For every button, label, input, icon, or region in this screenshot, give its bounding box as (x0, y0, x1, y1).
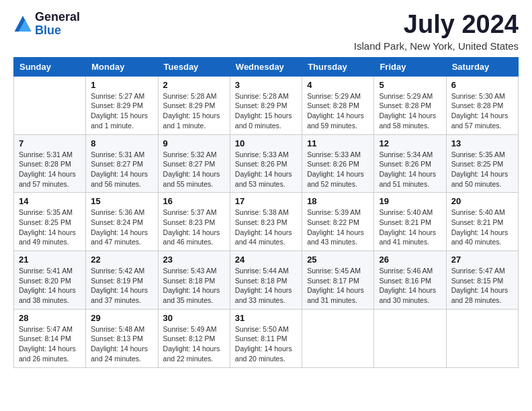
day-info: Sunrise: 5:46 AM Sunset: 8:16 PM Dayligh… (379, 266, 441, 306)
day-number: 23 (163, 255, 225, 265)
calendar-cell: 6Sunrise: 5:30 AM Sunset: 8:28 PM Daylig… (446, 76, 518, 134)
day-info: Sunrise: 5:27 AM Sunset: 8:29 PM Dayligh… (91, 91, 152, 131)
week-row-2: 7Sunrise: 5:31 AM Sunset: 8:28 PM Daylig… (14, 134, 519, 193)
day-number: 28 (19, 313, 81, 323)
week-row-1: 1Sunrise: 5:27 AM Sunset: 8:29 PM Daylig… (14, 76, 519, 134)
day-number: 20 (451, 196, 513, 206)
header-row: SundayMondayTuesdayWednesdayThursdayFrid… (14, 57, 519, 76)
day-info: Sunrise: 5:33 AM Sunset: 8:26 PM Dayligh… (307, 150, 369, 189)
day-number: 7 (19, 138, 81, 148)
calendar-cell: 7Sunrise: 5:31 AM Sunset: 8:28 PM Daylig… (14, 134, 86, 193)
week-row-4: 21Sunrise: 5:41 AM Sunset: 8:20 PM Dayli… (14, 251, 519, 310)
day-info: Sunrise: 5:29 AM Sunset: 8:28 PM Dayligh… (307, 91, 369, 131)
day-info: Sunrise: 5:50 AM Sunset: 8:11 PM Dayligh… (235, 324, 297, 364)
day-number: 14 (19, 196, 81, 206)
calendar-cell: 9Sunrise: 5:32 AM Sunset: 8:27 PM Daylig… (158, 134, 230, 193)
header-cell-tuesday: Tuesday (158, 57, 230, 76)
day-number: 22 (91, 255, 152, 265)
calendar-cell: 13Sunrise: 5:35 AM Sunset: 8:25 PM Dayli… (446, 134, 518, 193)
calendar-cell: 16Sunrise: 5:37 AM Sunset: 8:23 PM Dayli… (158, 193, 230, 251)
day-info: Sunrise: 5:36 AM Sunset: 8:24 PM Dayligh… (91, 208, 152, 247)
calendar-cell (14, 76, 86, 134)
day-number: 6 (451, 80, 513, 90)
header-cell-thursday: Thursday (302, 57, 374, 76)
calendar-cell: 1Sunrise: 5:27 AM Sunset: 8:29 PM Daylig… (86, 76, 158, 134)
logo-text: General Blue (35, 11, 80, 38)
day-info: Sunrise: 5:37 AM Sunset: 8:23 PM Dayligh… (163, 208, 225, 247)
day-info: Sunrise: 5:45 AM Sunset: 8:17 PM Dayligh… (307, 266, 369, 306)
day-info: Sunrise: 5:33 AM Sunset: 8:26 PM Dayligh… (235, 150, 297, 189)
calendar-cell: 2Sunrise: 5:28 AM Sunset: 8:29 PM Daylig… (158, 76, 230, 134)
calendar-cell: 23Sunrise: 5:43 AM Sunset: 8:18 PM Dayli… (158, 251, 230, 310)
day-info: Sunrise: 5:28 AM Sunset: 8:29 PM Dayligh… (235, 91, 297, 131)
week-row-5: 28Sunrise: 5:47 AM Sunset: 8:14 PM Dayli… (14, 309, 519, 367)
calendar-cell: 20Sunrise: 5:40 AM Sunset: 8:21 PM Dayli… (446, 193, 518, 251)
day-info: Sunrise: 5:42 AM Sunset: 8:19 PM Dayligh… (91, 266, 152, 306)
week-row-3: 14Sunrise: 5:35 AM Sunset: 8:25 PM Dayli… (14, 193, 519, 251)
calendar-cell: 5Sunrise: 5:29 AM Sunset: 8:28 PM Daylig… (374, 76, 446, 134)
day-number: 26 (379, 255, 441, 265)
day-number: 11 (307, 138, 369, 148)
calendar-header: SundayMondayTuesdayWednesdayThursdayFrid… (14, 57, 519, 76)
day-info: Sunrise: 5:29 AM Sunset: 8:28 PM Dayligh… (379, 91, 441, 131)
logo-blue: Blue (35, 24, 80, 38)
calendar-cell: 26Sunrise: 5:46 AM Sunset: 8:16 PM Dayli… (374, 251, 446, 310)
day-number: 2 (163, 80, 225, 90)
calendar-cell: 30Sunrise: 5:49 AM Sunset: 8:12 PM Dayli… (158, 309, 230, 367)
calendar-cell: 21Sunrise: 5:41 AM Sunset: 8:20 PM Dayli… (14, 251, 86, 310)
day-number: 3 (235, 80, 297, 90)
day-number: 31 (235, 313, 297, 323)
day-info: Sunrise: 5:47 AM Sunset: 8:14 PM Dayligh… (19, 324, 81, 364)
day-number: 5 (379, 80, 441, 90)
day-info: Sunrise: 5:40 AM Sunset: 8:21 PM Dayligh… (451, 208, 513, 247)
calendar-cell: 27Sunrise: 5:47 AM Sunset: 8:15 PM Dayli… (446, 251, 518, 310)
day-info: Sunrise: 5:41 AM Sunset: 8:20 PM Dayligh… (19, 266, 81, 306)
calendar-table: SundayMondayTuesdayWednesdayThursdayFrid… (13, 57, 519, 368)
day-number: 29 (91, 313, 152, 323)
calendar-cell: 15Sunrise: 5:36 AM Sunset: 8:24 PM Dayli… (86, 193, 158, 251)
header-cell-friday: Friday (374, 57, 446, 76)
calendar-cell: 24Sunrise: 5:44 AM Sunset: 8:18 PM Dayli… (230, 251, 302, 310)
day-number: 24 (235, 255, 297, 265)
day-number: 17 (235, 196, 297, 206)
day-number: 8 (91, 138, 152, 148)
day-info: Sunrise: 5:34 AM Sunset: 8:26 PM Dayligh… (379, 150, 441, 189)
day-number: 19 (379, 196, 441, 206)
calendar-cell: 14Sunrise: 5:35 AM Sunset: 8:25 PM Dayli… (14, 193, 86, 251)
header-cell-sunday: Sunday (14, 57, 86, 76)
calendar-cell: 31Sunrise: 5:50 AM Sunset: 8:11 PM Dayli… (230, 309, 302, 367)
day-number: 16 (163, 196, 225, 206)
calendar-cell (302, 309, 374, 367)
header-cell-wednesday: Wednesday (230, 57, 302, 76)
day-info: Sunrise: 5:28 AM Sunset: 8:29 PM Dayligh… (163, 91, 225, 131)
title-area: July 2024 Island Park, New York, United … (354, 11, 519, 52)
day-number: 21 (19, 255, 81, 265)
calendar-cell: 3Sunrise: 5:28 AM Sunset: 8:29 PM Daylig… (230, 76, 302, 134)
calendar-cell: 17Sunrise: 5:38 AM Sunset: 8:23 PM Dayli… (230, 193, 302, 251)
main-title: July 2024 (354, 11, 519, 39)
day-info: Sunrise: 5:31 AM Sunset: 8:27 PM Dayligh… (91, 150, 152, 189)
day-info: Sunrise: 5:38 AM Sunset: 8:23 PM Dayligh… (235, 208, 297, 247)
day-info: Sunrise: 5:44 AM Sunset: 8:18 PM Dayligh… (235, 266, 297, 306)
day-number: 4 (307, 80, 369, 90)
day-info: Sunrise: 5:48 AM Sunset: 8:13 PM Dayligh… (91, 324, 152, 364)
calendar-cell: 18Sunrise: 5:39 AM Sunset: 8:22 PM Dayli… (302, 193, 374, 251)
calendar-cell: 29Sunrise: 5:48 AM Sunset: 8:13 PM Dayli… (86, 309, 158, 367)
day-info: Sunrise: 5:43 AM Sunset: 8:18 PM Dayligh… (163, 266, 225, 306)
calendar-cell (374, 309, 446, 367)
day-info: Sunrise: 5:35 AM Sunset: 8:25 PM Dayligh… (19, 208, 81, 247)
header-cell-saturday: Saturday (446, 57, 518, 76)
day-info: Sunrise: 5:35 AM Sunset: 8:25 PM Dayligh… (451, 150, 513, 189)
day-info: Sunrise: 5:49 AM Sunset: 8:12 PM Dayligh… (163, 324, 225, 364)
day-number: 30 (163, 313, 225, 323)
header-cell-monday: Monday (86, 57, 158, 76)
day-info: Sunrise: 5:31 AM Sunset: 8:28 PM Dayligh… (19, 150, 81, 189)
calendar-cell: 8Sunrise: 5:31 AM Sunset: 8:27 PM Daylig… (86, 134, 158, 193)
calendar-cell: 22Sunrise: 5:42 AM Sunset: 8:19 PM Dayli… (86, 251, 158, 310)
calendar-cell: 19Sunrise: 5:40 AM Sunset: 8:21 PM Dayli… (374, 193, 446, 251)
calendar-body: 1Sunrise: 5:27 AM Sunset: 8:29 PM Daylig… (14, 76, 519, 367)
day-number: 12 (379, 138, 441, 148)
calendar-cell: 4Sunrise: 5:29 AM Sunset: 8:28 PM Daylig… (302, 76, 374, 134)
subtitle: Island Park, New York, United States (354, 40, 519, 52)
day-info: Sunrise: 5:30 AM Sunset: 8:28 PM Dayligh… (451, 91, 513, 131)
